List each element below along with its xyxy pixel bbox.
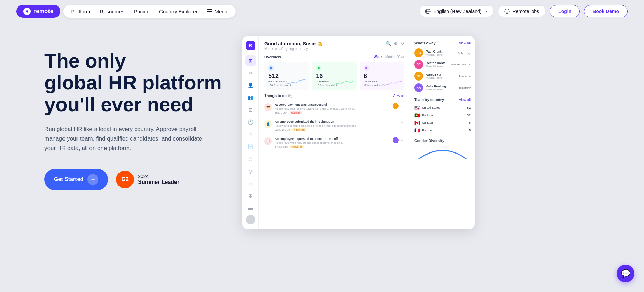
search-icon[interactable]: 🔍 (386, 41, 391, 46)
dashboard-header-icons: 🔍 ⚙ ↺ (386, 41, 404, 46)
refresh-icon[interactable]: ↺ (401, 41, 404, 46)
hero-title: The only global HR platform you'll ever … (44, 50, 222, 115)
dash-nav-chart[interactable]: ◎ (245, 166, 256, 177)
dash-nav-heart[interactable]: ♡ (245, 129, 256, 140)
todo-avatar-3 (393, 137, 399, 143)
dash-nav-card[interactable]: ▬ (245, 203, 256, 214)
todo-item-1: 💳 Reserve payment was unsuccessful Pleas… (264, 100, 404, 117)
todo-title: Things to do (5) (264, 93, 293, 98)
remote-jobs-icon (504, 9, 510, 14)
dash-nav-inbox[interactable]: ✉ (245, 68, 256, 78)
away-date-3: Tomorrow (459, 75, 471, 78)
dashboard-sidebar: R ⊞ ✉ 👤 👥 ⊡ 🕐 ♡ 📄 ☆ ◎ ○ $ ▬ (242, 36, 259, 229)
dash-nav-people[interactable]: 👤 (245, 80, 256, 91)
todo-icon-3: 🕐 (264, 137, 272, 145)
dash-nav-docs[interactable]: 📄 (245, 141, 256, 152)
away-avatar-3: NY (414, 72, 423, 81)
svg-point-3 (505, 9, 509, 14)
country-flag-2: 🇵🇹 (414, 113, 420, 118)
dash-nav-grid[interactable]: ⊡ (245, 104, 256, 115)
todo-right-1: ··· (393, 103, 404, 109)
dashboard-right-panel: Who's away View all PG Paul Grant Medica… (410, 36, 475, 229)
away-type-4: Parental leave (426, 88, 456, 91)
navbar: R remote Platform Resources Pricing Coun… (0, 0, 644, 23)
dash-nav-dollar[interactable]: $ (245, 190, 256, 201)
todo-icon-2: 👤 (264, 120, 272, 128)
todo-section: Things to do (5) View all 💳 Reserve paym… (264, 93, 404, 151)
away-name-1: Paul Grant (426, 50, 455, 53)
todo-text-2: An employee submitted their resignation (275, 120, 398, 123)
nav-menu[interactable]: Menu (207, 9, 227, 14)
away-name-3: Narcoz Yan (426, 73, 456, 76)
todo-tag-2: 7 days left (292, 128, 306, 131)
book-demo-button[interactable]: Book Demo (584, 5, 628, 17)
todo-header: Things to do (5) View all (264, 93, 404, 98)
todo-dots-2[interactable]: ··· (401, 120, 404, 125)
todo-sub-3: Please review the request and either app… (275, 141, 390, 144)
away-person-3: NY Narcoz Yan Medical leave Tomorrow (414, 72, 471, 81)
whos-away-view-all[interactable]: View all (459, 41, 471, 45)
away-type-3: Medical leave (426, 76, 456, 79)
todo-dots-1[interactable]: ··· (401, 104, 404, 108)
todo-icon-1: 💳 (264, 103, 272, 111)
todo-content-3: An employee requested to cancel 7 time o… (275, 137, 390, 148)
tab-year[interactable]: Year (397, 55, 404, 59)
nav-right: English (New Zealand) Remote jobs Login … (419, 5, 628, 17)
away-date-2: Mar 16 - Mar 18 (451, 63, 471, 66)
logo[interactable]: R remote (16, 5, 60, 18)
todo-right-2: ··· (401, 120, 404, 125)
chevron-down-icon (485, 10, 488, 13)
team-by-country-header: Team by country View all (414, 98, 471, 102)
overview-section: Overview Week Month Year (264, 55, 404, 90)
lang-label: English (New Zealand) (433, 9, 482, 14)
nav-resources[interactable]: Resources (100, 9, 124, 14)
dashboard-sub: Here's what's going on today. (264, 47, 323, 51)
away-name-4: Kylie Rowling (426, 85, 456, 88)
tab-week[interactable]: Week (374, 55, 382, 59)
dash-nav-circle[interactable]: ○ (245, 178, 256, 189)
away-date-1: Only today (458, 52, 471, 55)
country-count-4: 5 (469, 129, 471, 132)
settings-icon[interactable]: ⚙ (394, 41, 398, 46)
nav-country-explorer[interactable]: Country Explorer (159, 9, 198, 14)
nav-pricing[interactable]: Pricing (134, 9, 150, 14)
language-selector[interactable]: English (New Zealand) (419, 5, 494, 17)
away-person-1: PG Paul Grant Medical leave Only today (414, 48, 471, 57)
g2-text: 2024 Summer Leader (138, 174, 179, 185)
todo-item-3: 🕐 An employee requested to cancel 7 time… (264, 134, 404, 151)
todo-right-3: ··· (393, 137, 404, 143)
team-by-country-view-all[interactable]: View all (459, 98, 471, 102)
away-date-4: Tomorrow (459, 86, 471, 89)
dash-user-avatar (246, 215, 255, 224)
headcount-chart (286, 77, 306, 87)
chat-bubble-button[interactable]: 💬 (617, 265, 634, 282)
globe-icon (425, 9, 431, 14)
todo-dots-3[interactable]: ··· (401, 138, 404, 143)
stat-joiners: 16 JOINERS +5 from last week (312, 62, 356, 90)
dash-logo: R (246, 41, 255, 50)
dash-nav-add-people[interactable]: 👥 (245, 92, 256, 103)
stat-dot-headcount (268, 65, 274, 71)
get-started-button[interactable]: Get Started → (44, 169, 108, 190)
nav-platform[interactable]: Platform (71, 9, 90, 14)
dash-nav-home[interactable]: ⊞ (245, 55, 256, 66)
away-person-2: BC Beatriz Costa Parental leave Mar 16 -… (414, 60, 471, 69)
login-button[interactable]: Login (550, 5, 580, 17)
overview-tabs: Week Month Year (374, 55, 404, 59)
leavers-chart (381, 77, 402, 87)
tab-month[interactable]: Month (385, 55, 395, 59)
dash-nav-star[interactable]: ☆ (245, 154, 256, 164)
dashboard-greeting: Good afternoon, Susie 👋 (264, 41, 323, 46)
away-info-2: Beatriz Costa Parental leave (426, 61, 448, 68)
dash-nav-clock[interactable]: 🕐 (245, 117, 256, 128)
overview-header: Overview Week Month Year (264, 55, 404, 59)
todo-sub-2: Review and confirm some details to begin… (275, 124, 398, 127)
hero-right: R ⊞ ✉ 👤 👥 ⊡ 🕐 ♡ 📄 ☆ ◎ ○ $ ▬ G (242, 36, 617, 229)
todo-avatar-1 (393, 103, 399, 109)
logo-text: remote (33, 8, 54, 15)
todo-view-all[interactable]: View all (393, 94, 404, 98)
whos-away-header: Who's away View all (414, 41, 471, 45)
country-flag-3: 🇨🇦 (414, 120, 420, 126)
hero-cta: Get Started → G2 2024 Summer Leader (44, 169, 222, 190)
remote-jobs-button[interactable]: Remote jobs (498, 5, 546, 17)
